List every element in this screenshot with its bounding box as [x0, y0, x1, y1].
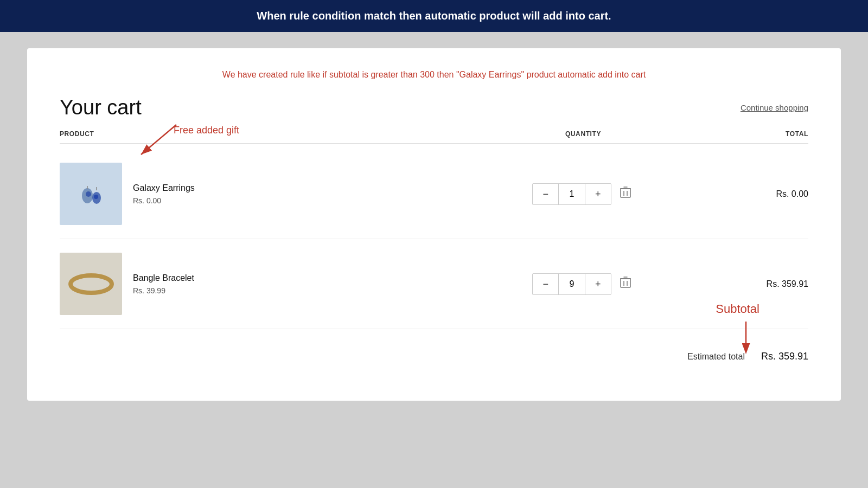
- item-total-bracelet: Rs. 359.91: [700, 279, 808, 289]
- delete-earrings-button[interactable]: [617, 183, 634, 204]
- top-banner: When rule condition match then automatic…: [0, 0, 868, 32]
- svg-rect-14: [621, 279, 630, 287]
- qty-value-bracelet: 9: [558, 274, 585, 294]
- cart-header-row: Your cart Continue shopping: [60, 96, 808, 119]
- main-wrapper: We have created rule like if subtotal is…: [0, 32, 868, 417]
- svg-point-13: [71, 275, 112, 293]
- svg-rect-8: [621, 189, 630, 197]
- product-details-bracelet: Bangle Bracelet Rs. 39.99: [133, 273, 194, 295]
- product-details-earrings: Galaxy Earrings Rs. 0.00: [133, 183, 195, 205]
- trash-icon: [620, 186, 631, 199]
- product-name-bracelet: Bangle Bracelet: [133, 273, 194, 283]
- earrings-image-icon: [72, 175, 110, 213]
- product-price-bracelet: Rs. 39.99: [133, 286, 194, 295]
- qty-increase-bracelet[interactable]: +: [585, 274, 611, 294]
- item-total-earrings: Rs. 0.00: [700, 189, 808, 199]
- column-product: PRODUCT: [60, 130, 467, 138]
- cart-item-bangle-bracelet: Bangle Bracelet Rs. 39.99 − 9 +: [60, 239, 808, 329]
- product-info-earrings: Galaxy Earrings Rs. 0.00: [60, 163, 467, 225]
- subtotal-section-wrapper: Subtotal Estimated total Rs. 359.91: [60, 345, 808, 362]
- bracelet-image-icon: [64, 268, 118, 300]
- estimated-label: Estimated total: [687, 352, 745, 362]
- qty-box-earrings: − 1 +: [532, 183, 611, 205]
- estimated-total: Rs. 359.91: [761, 351, 808, 362]
- cart-item-galaxy-earrings: Free added gift: [60, 149, 808, 239]
- banner-text: When rule condition match then automatic…: [257, 10, 611, 22]
- qty-decrease-bracelet[interactable]: −: [533, 274, 558, 294]
- product-image-earrings: [60, 163, 122, 225]
- product-image-bracelet: [60, 253, 122, 315]
- product-name-earrings: Galaxy Earrings: [133, 183, 195, 193]
- quantity-control-earrings: − 1 +: [467, 183, 700, 205]
- svg-point-4: [86, 191, 91, 197]
- column-quantity: QUANTITY: [467, 130, 700, 138]
- subtotal-section: Estimated total Rs. 359.91: [60, 345, 808, 362]
- trash-icon-bracelet: [620, 276, 631, 289]
- qty-increase-earrings[interactable]: +: [585, 184, 611, 204]
- items-area: Free added gift: [60, 149, 808, 329]
- table-header: PRODUCT QUANTITY TOTAL: [60, 130, 808, 144]
- column-total: TOTAL: [700, 130, 808, 138]
- qty-box-bracelet: − 9 +: [532, 273, 611, 295]
- qty-value-earrings: 1: [558, 184, 585, 204]
- cart-container: We have created rule like if subtotal is…: [27, 48, 841, 401]
- cart-title: Your cart: [60, 96, 142, 119]
- delete-bracelet-button[interactable]: [617, 273, 634, 294]
- product-info-bracelet: Bangle Bracelet Rs. 39.99: [60, 253, 467, 315]
- rule-notice: We have created rule like if subtotal is…: [60, 65, 808, 85]
- quantity-control-bracelet: − 9 +: [467, 273, 700, 295]
- free-gift-arrow-icon: [125, 122, 190, 165]
- qty-decrease-earrings[interactable]: −: [533, 184, 558, 204]
- continue-shopping-link[interactable]: Continue shopping: [741, 103, 808, 112]
- svg-point-5: [94, 195, 98, 199]
- product-price-earrings: Rs. 0.00: [133, 196, 195, 205]
